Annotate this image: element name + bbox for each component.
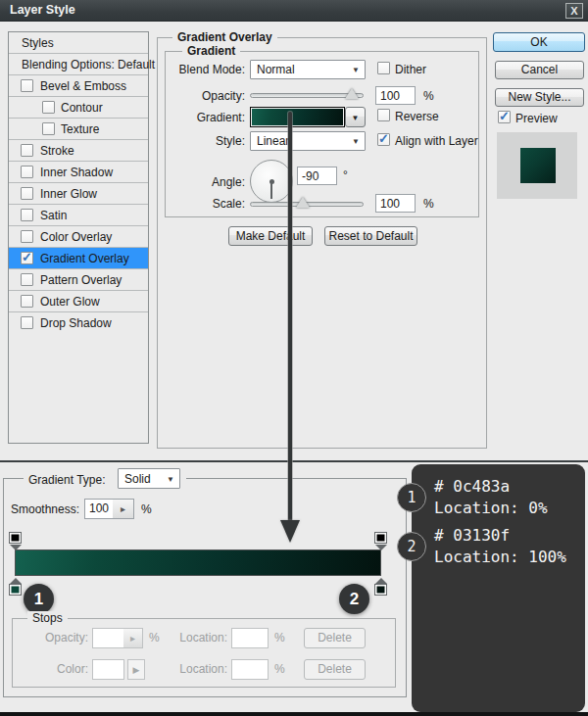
sidebar-item-color-overlay[interactable]: Color Overlay [9, 226, 148, 248]
annotation-arrow-shaft [288, 112, 292, 523]
angle-center-dot [270, 179, 274, 184]
preview-checkbox[interactable] [498, 111, 511, 123]
checkbox[interactable] [21, 209, 33, 221]
opacity-stop-left[interactable] [9, 532, 22, 544]
stop-opacity-label: Opacity: [20, 631, 88, 644]
right-arrow-icon: ▶ [133, 665, 140, 675]
checkbox[interactable] [21, 144, 33, 157]
gradient-preview-bar[interactable] [15, 549, 381, 576]
sidebar-item-inner-glow[interactable]: Inner Glow [9, 183, 148, 205]
stop-color-swatch [92, 659, 124, 680]
annotation-hex-2: # 03130f [434, 526, 510, 545]
style-label: Style: [147, 134, 245, 148]
stop-opacity-unit: % [149, 631, 160, 644]
stop-color-location-label: Location: [167, 662, 227, 676]
layer-style-dialog: Layer Style X Styles Blending Options: D… [0, 0, 588, 716]
gradient-label: Gradient: [147, 111, 245, 124]
reset-to-default-button[interactable]: Reset to Default [324, 226, 417, 246]
opacity-slider-thumb[interactable] [345, 88, 359, 99]
bottom-edge [0, 712, 588, 716]
color-annotation-panel: 1 # 0c483a Location: 0% 2 # 03130f Locat… [412, 464, 585, 712]
sidebar-item-stroke[interactable]: Stroke [9, 140, 148, 162]
styles-list: Styles Blending Options: Default Bevel &… [8, 31, 149, 444]
color-stop-right[interactable] [374, 584, 387, 596]
color-stop-left[interactable] [9, 584, 22, 596]
new-style-button[interactable]: New Style... [495, 88, 584, 107]
ok-button[interactable]: OK [493, 32, 585, 52]
panel-title: Gradient Overlay [172, 30, 277, 44]
checkbox[interactable] [21, 273, 33, 286]
annotation-arrow-head [280, 520, 300, 543]
sidebar-item-bevel-emboss[interactable]: Bevel & Emboss [9, 75, 148, 97]
sidebar-item-blending-options[interactable]: Blending Options: Default [9, 54, 148, 75]
blend-mode-select[interactable]: Normal ▼ [250, 60, 366, 79]
smoothness-input[interactable]: 100 [84, 499, 114, 519]
smoothness-unit: % [141, 502, 152, 516]
scale-input[interactable]: 100 [375, 194, 416, 213]
checkbox[interactable] [21, 187, 33, 200]
angle-unit: ° [343, 168, 348, 182]
style-select[interactable]: Linear ▼ [250, 131, 366, 151]
reverse-label: Reverse [395, 110, 439, 123]
smoothness-label: Smoothness: [11, 502, 79, 516]
sidebar-item-texture[interactable]: Texture [9, 119, 148, 140]
sidebar-item-styles[interactable]: Styles [9, 32, 148, 54]
stop-opacity-spinner: ▸ [123, 628, 143, 648]
checkbox[interactable] [42, 122, 55, 135]
checkbox-checked[interactable] [21, 252, 33, 264]
gradient-type-select[interactable]: Solid ▼ [118, 468, 180, 489]
sidebar-item-gradient-overlay[interactable]: Gradient Overlay [9, 248, 148, 269]
reverse-checkbox[interactable] [377, 109, 390, 121]
stop-opacity-location-input [231, 628, 269, 648]
sidebar-item-pattern-overlay[interactable]: Pattern Overlay [9, 269, 148, 291]
scale-unit: % [423, 197, 434, 211]
sidebar-item-drop-shadow[interactable]: Drop Shadow [9, 312, 148, 334]
make-default-button[interactable]: Make Default [228, 226, 313, 246]
sidebar-item-satin[interactable]: Satin [9, 205, 148, 226]
section-divider [0, 460, 588, 462]
angle-input[interactable]: -90 [297, 167, 337, 185]
spinner-arrow-icon: ▸ [121, 503, 125, 514]
chevron-down-icon: ▼ [167, 475, 174, 484]
angle-needle [270, 182, 272, 199]
cancel-button[interactable]: Cancel [495, 61, 584, 79]
checkbox[interactable] [42, 101, 55, 114]
sidebar-item-inner-shadow[interactable]: Inner Shadow [9, 162, 148, 183]
chevron-down-icon: ▼ [352, 66, 360, 74]
align-with-layer-checkbox[interactable] [377, 133, 390, 146]
title-bar: Layer Style X [0, 0, 588, 22]
marker-badge-2: 2 [339, 584, 369, 614]
opacity-stop-left-pointer [10, 545, 22, 550]
scale-slider-thumb[interactable] [296, 197, 310, 208]
checkbox[interactable] [21, 166, 33, 178]
checkbox[interactable] [21, 230, 33, 243]
close-icon[interactable]: X [565, 3, 583, 19]
checkbox[interactable] [21, 79, 33, 92]
scale-label: Scale: [147, 197, 245, 211]
dither-label: Dither [395, 63, 426, 76]
preview-label: Preview [515, 112, 558, 125]
dialog-title: Layer Style [10, 3, 75, 17]
spinner-arrow-icon: ▸ [130, 633, 135, 644]
stop-color-picker-button: ▶ [127, 659, 145, 680]
opacity-input[interactable]: 100 [375, 86, 416, 105]
preview-gradient-square [520, 148, 556, 183]
angle-dial[interactable] [250, 160, 293, 203]
sidebar-item-outer-glow[interactable]: Outer Glow [9, 291, 148, 312]
annotation-location-1: Location: 0% [434, 499, 548, 517]
angle-label: Angle: [147, 175, 245, 189]
stops-title: Stops [27, 611, 68, 625]
gradient-swatch[interactable] [250, 107, 345, 127]
dither-checkbox[interactable] [377, 62, 390, 74]
stop-opacity-input [92, 628, 124, 648]
checkbox[interactable] [21, 316, 33, 329]
annotation-marker-1: 1 [397, 483, 426, 512]
opacity-stop-right[interactable] [374, 532, 387, 544]
annotation-location-2: Location: 100% [434, 548, 566, 566]
smoothness-spinner-button[interactable]: ▸ [113, 499, 134, 519]
gradient-dropdown-button[interactable]: ▼ [345, 107, 366, 127]
gradient-type-label: Gradient Type: [28, 473, 106, 487]
annotation-marker-2: 2 [397, 532, 426, 561]
sidebar-item-contour[interactable]: Contour [9, 97, 148, 119]
checkbox[interactable] [21, 295, 33, 308]
